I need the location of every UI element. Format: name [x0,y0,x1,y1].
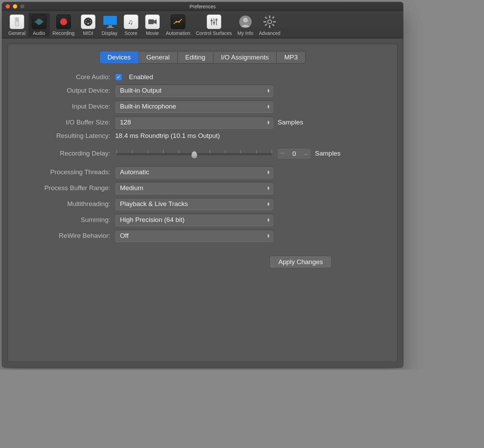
toolbar-item-automation[interactable]: Automation [163,13,193,37]
svg-rect-43 [264,24,267,26]
tab-devices[interactable]: Devices [100,51,139,64]
svg-rect-37 [269,25,270,28]
subtabs: Devices General Editing I/O Assignments … [15,51,390,64]
chevron-updown-icon: ▲▼ [267,88,270,93]
toolbar-item-midi[interactable]: MIDI [77,13,99,37]
multithreading-select[interactable]: Playback & Live Tracks ▲▼ [115,198,273,210]
svg-rect-40 [264,16,267,19]
svg-rect-36 [269,16,270,18]
zoom-icon[interactable] [20,4,25,9]
switch-icon [10,15,24,29]
svg-rect-20 [109,25,112,27]
svg-rect-18 [87,23,89,24]
audio-wave-icon [32,15,46,29]
core-audio-checkbox[interactable]: ✓ [115,74,122,81]
midi-icon [81,15,95,29]
minimize-icon[interactable] [13,4,17,9]
samples-unit: Samples [315,150,341,157]
svg-rect-19 [103,16,117,25]
chevron-updown-icon: ▲▼ [267,186,270,190]
svg-rect-30 [211,20,213,21]
svg-point-14 [85,20,86,21]
window-controls [6,4,25,9]
processing-threads-select[interactable]: Automatic ▲▼ [115,166,273,178]
chevron-updown-icon: ▲▼ [267,120,270,124]
display-icon [102,15,117,29]
chevron-updown-icon: ▲▼ [267,202,270,206]
output-device-select[interactable]: Built-in Output ▲▼ [115,84,273,97]
record-icon [56,15,71,29]
svg-rect-32 [215,19,217,21]
toolbar-item-recording[interactable]: Recording [50,13,77,37]
rewire-select[interactable]: Off ▲▼ [115,230,273,242]
close-icon[interactable] [6,4,10,9]
svg-point-17 [90,22,91,23]
chevron-updown-icon: ▲▼ [267,104,270,109]
enabled-label: Enabled [129,73,153,81]
recording-delay-stepper[interactable]: ﹀ 0 ︿ [278,148,311,159]
chevron-updown-icon: ▲▼ [267,234,270,238]
preferences-toolbar: General Audio Recording MIDI Display [2,11,403,38]
window-title: Preferences [2,4,403,9]
svg-point-11 [60,18,67,25]
chevron-updown-icon: ▲▼ [267,170,270,174]
recording-delay-label: Recording Delay: [15,150,115,157]
svg-rect-41 [272,24,274,26]
toolbar-item-audio[interactable]: Audio [28,13,50,37]
chevron-updown-icon: ▲▼ [267,218,270,222]
titlebar: Preferences [2,2,403,11]
svg-point-44 [268,20,271,23]
toolbar-item-control-surfaces[interactable]: Control Surfaces [193,13,234,37]
tab-editing[interactable]: Editing [178,51,213,64]
toolbar-item-score[interactable]: ♫ Score [120,13,142,37]
camera-icon [145,15,160,29]
toolbar-item-general[interactable]: General [6,13,28,37]
toolbar-item-advanced[interactable]: Advanced [256,13,283,37]
svg-rect-1 [16,18,18,22]
summing-label: Summing: [15,216,115,224]
svg-point-34 [243,18,248,22]
score-icon: ♫ [124,15,138,29]
processing-threads-label: Processing Threads: [15,168,115,176]
recording-delay-value: 0 [287,150,301,158]
user-icon [238,15,253,29]
tab-general[interactable]: General [139,51,178,64]
svg-rect-23 [148,19,154,24]
stepper-up-icon[interactable]: ︿ [301,148,311,159]
tab-mp3[interactable]: MP3 [277,51,306,64]
process-buffer-range-label: Process Buffer Range: [15,184,115,192]
svg-point-26 [178,21,180,23]
svg-point-16 [85,22,86,23]
svg-point-25 [176,21,177,23]
svg-rect-38 [263,21,266,22]
input-device-label: Input Device: [15,103,115,110]
content-panel: Devices General Editing I/O Assignments … [8,44,398,362]
io-buffer-label: I/O Buffer Size: [15,119,115,126]
toolbar-item-display[interactable]: Display [99,13,120,37]
slider-thumb-icon[interactable] [191,151,197,159]
process-buffer-range-select[interactable]: Medium ▲▼ [115,182,273,194]
core-audio-label: Core Audio: [15,73,115,81]
output-device-label: Output Device: [15,87,115,94]
samples-unit: Samples [278,119,303,126]
tab-io-assignments[interactable]: I/O Assignments [213,51,277,64]
toolbar-item-my-info[interactable]: My Info [235,13,256,37]
apply-changes-button[interactable]: Apply Changes [270,256,332,268]
rewire-label: ReWire Behavior: [15,232,115,240]
gear-icon [262,15,277,29]
automation-icon [171,15,185,29]
recording-delay-slider[interactable] [115,148,273,159]
faders-icon [207,15,221,29]
toolbar-item-movie[interactable]: Movie [142,13,163,37]
svg-point-15 [90,20,91,21]
io-buffer-select[interactable]: 128 ▲▼ [115,116,273,129]
preferences-window: Preferences General Audio Recording MID [2,2,403,367]
summing-select[interactable]: High Precision (64 bit) ▲▼ [115,214,273,226]
multithreading-label: Multithreading: [15,200,115,208]
stepper-down-icon[interactable]: ﹀ [278,148,287,159]
input-device-select[interactable]: Built-in Microphone ▲▼ [115,100,273,113]
svg-point-13 [87,19,89,20]
svg-text:♫: ♫ [128,18,133,26]
svg-marker-24 [154,19,157,24]
svg-rect-31 [213,22,215,24]
